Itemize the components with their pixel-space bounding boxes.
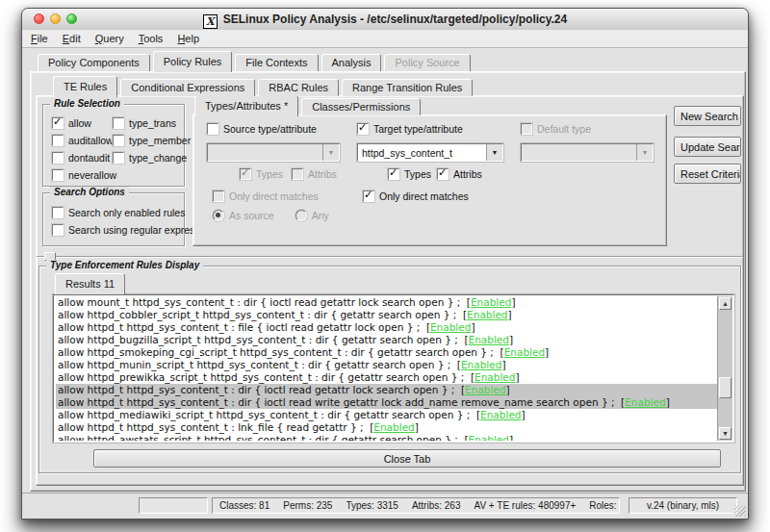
rule-checkbox-type-trans[interactable]: type_trans	[113, 117, 191, 129]
result-row[interactable]: allow httpd_t httpd_sys_content_t : dir …	[56, 384, 718, 396]
enabled-status: Enabled	[625, 396, 665, 408]
enabled-status: Enabled	[469, 334, 509, 345]
subtab-range-transition-rules[interactable]: Range Transition Rules	[342, 79, 473, 96]
result-row[interactable]: allow httpd_smokeping_cgi_script_t httpd…	[56, 346, 718, 359]
scrollbar-thumb[interactable]	[719, 377, 732, 398]
checkbox-box	[113, 135, 124, 146]
crittab-types-attributes[interactable]: Types/Attributes *	[194, 95, 298, 116]
result-row[interactable]: allow httpd_cobbler_script_t httpd_sys_c…	[56, 309, 718, 321]
checkbox-box	[52, 135, 64, 146]
subtab-rbac-rules[interactable]: RBAC Rules	[258, 79, 339, 96]
target-type-label: Target type/attribute	[373, 123, 463, 135]
rule-checkbox-allow[interactable]: allow	[52, 117, 116, 129]
radio-as-source: As source	[213, 210, 274, 221]
menu-edit[interactable]: Edit	[63, 30, 81, 48]
checkbox-box	[388, 168, 399, 180]
close-tab-button[interactable]: Close Tab	[93, 449, 721, 468]
rule-checkbox-dontaudit[interactable]: dontaudit	[52, 152, 116, 164]
titlebar[interactable]: XSELinux Policy Analysis - /etc/selinux/…	[22, 9, 748, 31]
menu-help[interactable]: Help	[177, 30, 199, 48]
enabled-status: Enabled	[504, 346, 545, 358]
pane-divider[interactable]	[37, 256, 743, 258]
rule-checkbox-type-change[interactable]: type_change	[113, 152, 191, 164]
result-row[interactable]: allow httpd_awstats_script_t httpd_sys_c…	[56, 434, 718, 441]
source-only-direct-checkbox: Only direct matches	[213, 190, 319, 202]
te-rules-display-title: Type Enforcement Rules Display	[46, 260, 203, 270]
update-search-button[interactable]: Update Search	[674, 137, 741, 157]
rule-checkbox-type-member[interactable]: type_member	[113, 135, 191, 146]
enabled-status: Enabled	[469, 434, 509, 441]
status-bar: Classes: 81Perms: 235Types: 3315Attribs:…	[22, 493, 748, 519]
crittab-classes-permissions[interactable]: Classes/Permissions	[301, 98, 421, 115]
main-tab-bar: Policy ComponentsPolicy RulesFile Contex…	[38, 53, 474, 71]
status-stat: Attribs: 263	[412, 500, 461, 511]
target-type-combobox[interactable]: httpd_sys_content_t	[357, 143, 503, 162]
enabled-status: Enabled	[471, 296, 511, 308]
checkbox-box	[52, 207, 64, 218]
result-row[interactable]: allow httpd_bugzilla_script_t httpd_sys_…	[56, 334, 718, 346]
menu-tools[interactable]: Tools	[139, 30, 164, 48]
result-row[interactable]: allow httpd_mediawiki_script_t httpd_sys…	[56, 409, 718, 421]
tab-analysis[interactable]: Analysis	[321, 54, 382, 71]
status-stat: Roles: 12	[589, 500, 620, 511]
default-type-label: Default type	[537, 123, 591, 135]
result-row[interactable]: allow httpd_prewikka_script_t httpd_sys_…	[56, 371, 718, 384]
dropdown-arrow-icon	[322, 144, 339, 161]
rule-selection-title: Rule Selection	[50, 98, 124, 109]
te-rules-tab-bar: TE RulesConditional ExpressionsRBAC Rule…	[53, 78, 475, 96]
subtab-te-rules[interactable]: TE Rules	[53, 76, 117, 97]
enabled-status: Enabled	[480, 409, 521, 420]
checkbox-box	[363, 190, 374, 202]
results-listbox[interactable]: allow mount_t httpd_sys_content_t : dir …	[53, 294, 734, 443]
reset-criteria-button[interactable]: Reset Criteria	[674, 164, 741, 184]
option-checkbox-search-only-enabled-rules[interactable]: Search only enabled rules	[52, 207, 214, 218]
checkbox-box	[213, 190, 224, 202]
enabled-status: Enabled	[373, 421, 414, 433]
resize-grip-icon[interactable]	[734, 505, 746, 517]
rule-checkbox-auditallow[interactable]: auditallow	[52, 135, 116, 146]
dropdown-arrow-icon[interactable]	[486, 144, 502, 161]
subtab-conditional-expressions[interactable]: Conditional Expressions	[120, 79, 255, 96]
results-tab[interactable]: Results 11	[55, 273, 125, 294]
status-empty-box	[139, 497, 208, 514]
enabled-status: Enabled	[461, 359, 501, 370]
te-rules-page: Rule Selection allowauditallowdontauditn…	[36, 95, 744, 486]
checkbox-box	[113, 152, 124, 164]
radio-circle	[295, 210, 307, 221]
target-type-checkbox[interactable]: Target type/attribute	[357, 123, 463, 135]
result-row[interactable]: allow mount_t httpd_sys_content_t : dir …	[56, 296, 718, 309]
types-attributes-page: Source type/attribute Types Attribs Only…	[192, 114, 667, 246]
status-stat: Perms: 235	[283, 500, 332, 511]
radio-circle	[213, 210, 224, 221]
scroll-down-icon[interactable]	[719, 427, 732, 440]
menu-query[interactable]: Query	[95, 30, 124, 48]
status-version-box: v.24 (binary, mls)	[629, 497, 737, 514]
source-attribs-checkbox: Attribs	[292, 168, 337, 180]
result-row[interactable]: allow httpd_t httpd_sys_content_t : lnk_…	[56, 421, 718, 434]
target-types-checkbox[interactable]: Types	[388, 168, 431, 180]
tab-file-contexts[interactable]: File Contexts	[235, 54, 318, 71]
rule-checkbox-neverallow[interactable]: neverallow	[52, 169, 116, 181]
menu-bar: FileEditQueryToolsHelp	[22, 30, 748, 48]
radio-any: Any	[295, 210, 329, 221]
source-type-label: Source type/attribute	[223, 123, 317, 135]
source-type-checkbox[interactable]: Source type/attribute	[207, 123, 317, 135]
result-row[interactable]: allow httpd_munin_script_t httpd_sys_con…	[56, 359, 718, 371]
new-search-button[interactable]: New Search	[674, 106, 741, 126]
scroll-up-icon[interactable]	[719, 297, 732, 310]
option-checkbox-search-using-regular-expression[interactable]: Search using regular expression	[52, 224, 214, 236]
tab-policy-rules[interactable]: Policy Rules	[153, 51, 233, 72]
enabled-status: Enabled	[430, 321, 471, 333]
enabled-status: Enabled	[465, 384, 505, 395]
vertical-scrollbar[interactable]	[717, 296, 732, 441]
checkbox-box	[52, 169, 64, 181]
tab-policy-components[interactable]: Policy Components	[38, 54, 150, 71]
checkbox-box	[52, 152, 64, 164]
result-row[interactable]: allow httpd_t httpd_sys_content_t : dir …	[56, 396, 718, 409]
result-row[interactable]: allow httpd_t httpd_sys_content_t : file…	[56, 321, 718, 334]
search-options-list: Search only enabled rulesSearch using re…	[52, 207, 214, 241]
menu-file[interactable]: File	[31, 30, 48, 48]
checkbox-box	[521, 123, 532, 135]
target-only-direct-checkbox[interactable]: Only direct matches	[363, 190, 469, 202]
target-attribs-checkbox[interactable]: Attribs	[437, 168, 482, 180]
